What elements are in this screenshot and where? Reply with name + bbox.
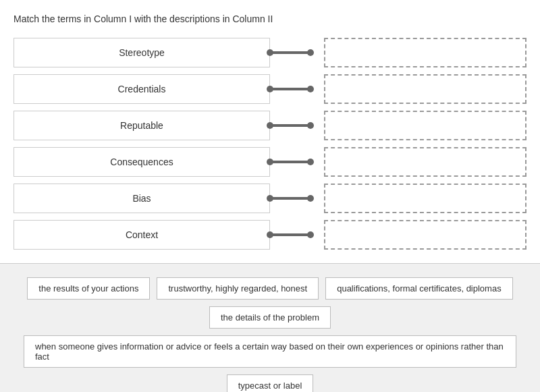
connector-line-3: [270, 124, 310, 127]
answer-long-row: when someone gives information or advice…: [14, 335, 526, 368]
term-stereotype[interactable]: Stereotype: [14, 38, 270, 67]
answer-chip-5[interactable]: when someone gives information or advice…: [24, 335, 516, 368]
connector-line-5: [270, 197, 310, 200]
matching-area: Stereotype Credentials Reputable Consequ…: [14, 38, 526, 250]
instruction-text: Match the terms in Column I with the des…: [14, 13, 526, 24]
drop-box-5[interactable]: [324, 184, 526, 213]
answer-row-1: the results of your actions trustworthy,…: [14, 277, 526, 300]
term-bias[interactable]: Bias: [14, 184, 270, 213]
drop-box-2[interactable]: [324, 74, 526, 104]
answer-chip-1[interactable]: the results of your actions: [27, 277, 150, 300]
connector-line-2: [270, 88, 310, 90]
answer-row-2: the details of the problem: [14, 306, 526, 329]
connector-3: [270, 111, 324, 140]
answer-chip-3[interactable]: qualifications, formal certificates, dip…: [325, 277, 513, 300]
drop-box-6[interactable]: [324, 220, 526, 250]
term-context[interactable]: Context: [14, 220, 270, 250]
connector-line-4: [270, 161, 310, 163]
answer-chip-6[interactable]: typecast or label: [227, 374, 314, 392]
connector-2: [270, 74, 324, 104]
connector-line-6: [270, 233, 310, 236]
drop-box-1[interactable]: [324, 38, 526, 67]
connector-4: [270, 147, 324, 177]
drop-box-4[interactable]: [324, 147, 526, 177]
answer-bank: the results of your actions trustworthy,…: [0, 263, 540, 392]
connector-1: [270, 38, 324, 67]
answer-row-3: typecast or label: [14, 374, 526, 392]
answer-chip-4[interactable]: the details of the problem: [209, 306, 331, 329]
connector-5: [270, 184, 324, 213]
connector-6: [270, 220, 324, 250]
term-credentials[interactable]: Credentials: [14, 74, 270, 104]
connector-area: [270, 38, 324, 250]
connector-line-1: [270, 51, 310, 54]
term-reputable[interactable]: Reputable: [14, 111, 270, 140]
drop-box-3[interactable]: [324, 111, 526, 140]
term-consequences[interactable]: Consequences: [14, 147, 270, 177]
column-left: Stereotype Credentials Reputable Consequ…: [14, 38, 270, 250]
column-right: [324, 38, 526, 250]
answer-chip-2[interactable]: trustworthy, highly regarded, honest: [157, 277, 319, 300]
